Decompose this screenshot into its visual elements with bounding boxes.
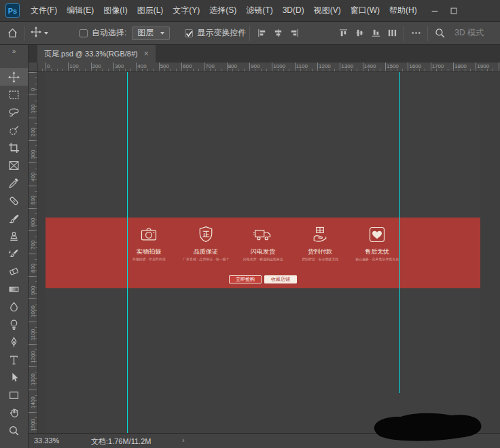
- vruler-label: 400: [30, 173, 36, 182]
- eraser-tool[interactable]: [0, 262, 28, 280]
- path-selection-tool[interactable]: [0, 368, 28, 386]
- auto-select-value: 图层: [137, 27, 154, 39]
- hruler-label: 1100: [296, 63, 308, 69]
- blur-tool[interactable]: [0, 298, 28, 315]
- banner-item-subtitle: 实物拍摄 · 所见即所得: [120, 257, 177, 262]
- tab-close-icon[interactable]: ×: [144, 49, 149, 58]
- hand-tool[interactable]: [0, 404, 28, 421]
- service-icon: [310, 225, 329, 245]
- frame-tool[interactable]: [0, 156, 28, 174]
- canvas-area[interactable]: 实物拍摄实物拍摄 · 所见即所得正品质保证厂家直销 · 品质保证 · 假一赔十闪…: [38, 72, 500, 433]
- gradient-tool[interactable]: [0, 280, 28, 298]
- menu-item-8[interactable]: 视图(V): [309, 0, 346, 21]
- lasso-tool[interactable]: [0, 103, 28, 121]
- clone-stamp-tool[interactable]: [0, 227, 28, 245]
- menu-item-3[interactable]: 图层(L): [132, 0, 168, 21]
- auto-select-checkbox[interactable]: 自动选择:: [79, 27, 126, 39]
- minimize-button[interactable]: [425, 0, 444, 22]
- vruler-label: 1000: [30, 306, 36, 318]
- zoom-tool[interactable]: [0, 421, 28, 439]
- hruler-label: 100: [69, 63, 78, 69]
- photoshop-window: Ps 文件(F)编辑(E)图像(I)图层(L)文字(Y)选择(S)滤镜(T)3D…: [0, 0, 500, 448]
- banner-item-subtitle: 贴心服务 · 完美售后伴您左右: [349, 257, 405, 262]
- vruler-label: 1400: [30, 396, 36, 409]
- hruler-label: 200: [92, 63, 101, 69]
- eyedropper-tool[interactable]: [0, 174, 28, 192]
- menu-item-6[interactable]: 滤镜(T): [241, 0, 277, 21]
- more-align-options-icon[interactable]: [408, 25, 424, 41]
- hruler-label: 1900: [477, 63, 489, 69]
- vruler-label: 300: [30, 150, 36, 159]
- menu-item-0[interactable]: 文件(F): [26, 0, 62, 21]
- divider: [427, 26, 428, 41]
- hruler-label: 900: [251, 63, 260, 69]
- menu-item-9[interactable]: 窗口(W): [346, 0, 385, 21]
- spot-healing-tool[interactable]: [0, 192, 28, 209]
- hruler-label: 700: [205, 63, 214, 69]
- menu-item-4[interactable]: 文字(Y): [168, 0, 204, 21]
- truck-icon: [253, 225, 272, 245]
- rect-marquee-tool[interactable]: [0, 86, 28, 103]
- hruler-label: 1800: [454, 63, 467, 69]
- vertical-ruler[interactable]: 0100200300400500600700800900100011001200…: [29, 72, 38, 433]
- tool-preset-move[interactable]: [28, 27, 51, 39]
- maximize-button[interactable]: [444, 0, 463, 22]
- type-tool[interactable]: [0, 351, 28, 368]
- menu-item-7[interactable]: 3D(D): [278, 0, 309, 21]
- banner-item-title: 售后无忧: [349, 247, 406, 256]
- menu-item-2[interactable]: 图像(I): [99, 0, 132, 21]
- align-bottom-icon[interactable]: [368, 25, 384, 41]
- align-middle-vertical-icon[interactable]: [351, 25, 368, 41]
- rectangle-tool[interactable]: [0, 386, 28, 404]
- banner-item-title: 实物拍摄: [120, 247, 177, 256]
- align-right-icon[interactable]: [286, 25, 302, 41]
- search-icon[interactable]: [431, 25, 448, 41]
- guide-vertical-left[interactable]: [127, 72, 128, 433]
- show-transform-checkbox[interactable]: 显示变换控件: [185, 27, 246, 39]
- chevron-down-icon: [44, 32, 48, 35]
- svg-text:正: 正: [202, 230, 209, 238]
- divider: [249, 26, 250, 41]
- dodge-tool[interactable]: [0, 315, 28, 333]
- history-brush-tool[interactable]: [0, 245, 28, 262]
- banner-button-1[interactable]: 收藏店铺: [264, 275, 297, 283]
- document-tab-title: 页尾.psd @ 33.3%(RGB/8#): [44, 49, 138, 59]
- menu-item-5[interactable]: 选择(S): [204, 0, 241, 21]
- vruler-label: 0: [30, 88, 36, 91]
- align-top-icon[interactable]: [335, 25, 351, 41]
- guide-vertical-right[interactable]: [399, 72, 400, 393]
- banner-item-2: 闪电发货闪电发货 · 极速到达您身边: [234, 225, 291, 264]
- align-left-icon[interactable]: [253, 25, 270, 41]
- checkbox-unchecked: [79, 29, 88, 37]
- hruler-label: 500: [160, 63, 169, 69]
- show-transform-label: 显示变换控件: [197, 27, 246, 39]
- heart-icon: [368, 225, 387, 245]
- hruler-label: 1000: [273, 63, 285, 69]
- vruler-label: 200: [30, 127, 36, 136]
- pen-tool[interactable]: [0, 333, 28, 351]
- crop-tool[interactable]: [0, 139, 28, 156]
- document-canvas[interactable]: 实物拍摄实物拍摄 · 所见即所得正品质保证厂家直销 · 品质保证 · 假一赔十闪…: [46, 72, 480, 433]
- quick-selection-tool[interactable]: [0, 121, 28, 139]
- menu-item-10[interactable]: 帮助(H): [385, 0, 422, 21]
- home-icon[interactable]: [4, 25, 20, 41]
- document-tab[interactable]: 页尾.psd @ 33.3%(RGB/8#) ×: [37, 45, 156, 63]
- hruler-label: 1400: [364, 63, 376, 69]
- brush-tool[interactable]: [0, 209, 28, 227]
- document-info: 文档:1.76M/11.2M: [91, 436, 151, 447]
- collapse-toolbar-button[interactable]: »: [0, 46, 28, 57]
- menu-item-1[interactable]: 编辑(E): [62, 0, 99, 21]
- align-center-horizontal-icon[interactable]: [270, 25, 286, 41]
- zoom-level[interactable]: 33.33%: [34, 436, 59, 445]
- horizontal-ruler[interactable]: 0100200300400500600700800900100011001200…: [38, 63, 500, 72]
- camera-icon: [139, 225, 158, 245]
- banner-button-0[interactable]: 立即抢购: [229, 275, 262, 283]
- menubar: 文件(F)编辑(E)图像(I)图层(L)文字(Y)选择(S)滤镜(T)3D(D)…: [26, 0, 422, 21]
- footer-banner: 实物拍摄实物拍摄 · 所见即所得正品质保证厂家直销 · 品质保证 · 假一赔十闪…: [46, 218, 480, 288]
- auto-select-target-dropdown[interactable]: 图层: [132, 27, 170, 40]
- move-tool[interactable]: [0, 68, 28, 86]
- distribute-horizontal-icon[interactable]: [384, 25, 400, 41]
- hruler-label: 600: [183, 63, 192, 69]
- banner-item-0: 实物拍摄实物拍摄 · 所见即所得: [120, 225, 177, 264]
- status-chevron-icon[interactable]: ›: [182, 436, 185, 444]
